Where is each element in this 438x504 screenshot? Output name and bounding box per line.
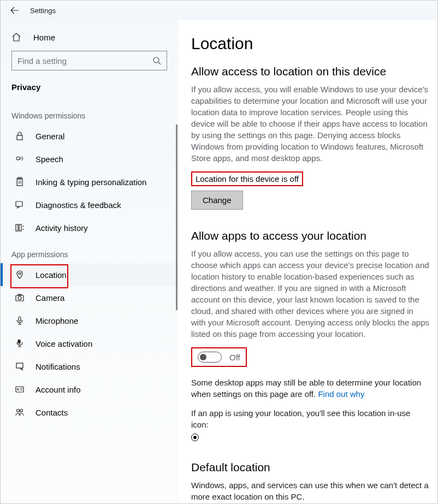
sidebar-item-speech[interactable]: Speech bbox=[1, 147, 178, 170]
titlebar: Settings bbox=[1, 1, 437, 20]
sidebar-item-notifications[interactable]: Notifications bbox=[1, 355, 178, 378]
sidebar-item-label: Camera bbox=[35, 293, 64, 303]
sidebar-item-camera[interactable]: Camera bbox=[1, 286, 178, 309]
sidebar-item-label: Activity history bbox=[35, 223, 88, 233]
sidebar-item-label: Contacts bbox=[35, 408, 68, 417]
location-inuse-icon bbox=[191, 434, 199, 441]
search-icon bbox=[152, 56, 161, 65]
voice-icon bbox=[14, 339, 26, 348]
section-body-default-location: Windows, apps, and services can use this… bbox=[191, 479, 430, 502]
lock-icon bbox=[14, 131, 26, 141]
activity-icon bbox=[14, 223, 26, 233]
sidebar-item-inking[interactable]: Inking & typing personalization bbox=[1, 170, 178, 193]
desktop-apps-note: Some desktop apps may still be able to d… bbox=[191, 377, 430, 400]
speech-icon bbox=[14, 154, 26, 164]
home-icon bbox=[11, 32, 23, 42]
sidebar-item-label: Speech bbox=[35, 155, 63, 164]
svg-rect-7 bbox=[19, 224, 21, 231]
svg-rect-13 bbox=[18, 340, 20, 343]
sidebar-group-app: App permissions bbox=[1, 239, 178, 263]
section-body-apps-access: If you allow access, you can use the set… bbox=[191, 248, 430, 340]
inuse-note: If an app is using your location, you'll… bbox=[191, 407, 430, 430]
svg-point-8 bbox=[19, 272, 21, 275]
svg-point-18 bbox=[20, 410, 23, 412]
microphone-icon bbox=[14, 316, 26, 325]
change-button[interactable]: Change bbox=[191, 191, 243, 210]
sidebar-item-label: Inking & typing personalization bbox=[35, 177, 146, 187]
camera-icon bbox=[14, 293, 26, 303]
section-body-device-access: If you allow access, you will enable Win… bbox=[191, 84, 430, 164]
contacts-icon bbox=[14, 407, 26, 417]
page-title: Location bbox=[191, 34, 430, 53]
arrow-left-icon bbox=[10, 6, 19, 15]
apps-location-toggle[interactable] bbox=[198, 352, 222, 363]
account-icon bbox=[14, 384, 26, 394]
sidebar-item-activity[interactable]: Activity history bbox=[1, 216, 178, 239]
sidebar-item-account-info[interactable]: Account info bbox=[1, 378, 178, 401]
svg-rect-12 bbox=[19, 317, 21, 321]
sidebar-item-contacts[interactable]: Contacts bbox=[1, 401, 178, 424]
sidebar-item-microphone[interactable]: Microphone bbox=[1, 309, 178, 332]
sidebar-item-label: Voice activation bbox=[35, 339, 92, 348]
svg-point-10 bbox=[18, 297, 21, 300]
back-button[interactable] bbox=[8, 4, 21, 17]
svg-rect-5 bbox=[16, 201, 22, 206]
svg-point-2 bbox=[16, 157, 20, 160]
svg-point-17 bbox=[17, 410, 20, 412]
sidebar-item-voice-activation[interactable]: Voice activation bbox=[1, 332, 178, 355]
sidebar-item-label: Location bbox=[35, 270, 67, 280]
notifications-icon bbox=[14, 361, 26, 371]
sidebar-item-label: Microphone bbox=[35, 316, 78, 325]
sidebar-item-general[interactable]: General bbox=[1, 124, 178, 147]
sidebar: Home Privacy Windows permissions General… bbox=[1, 20, 178, 503]
svg-rect-11 bbox=[18, 294, 21, 295]
find-out-why-link[interactable]: Find out why bbox=[318, 389, 364, 399]
location-device-status: Location for this device is off bbox=[191, 171, 303, 186]
svg-rect-6 bbox=[16, 224, 18, 231]
sidebar-section-privacy: Privacy bbox=[1, 78, 178, 100]
svg-point-16 bbox=[17, 389, 19, 390]
search-input[interactable] bbox=[17, 56, 152, 66]
sidebar-item-diagnostics[interactable]: Diagnostics & feedback bbox=[1, 193, 178, 216]
sidebar-item-label: Diagnostics & feedback bbox=[35, 200, 121, 210]
sidebar-item-label: Notifications bbox=[35, 362, 80, 371]
sidebar-group-windows: Windows permissions bbox=[1, 100, 178, 124]
content-pane: Location Allow access to location on thi… bbox=[178, 20, 437, 503]
sidebar-item-label: Account info bbox=[35, 385, 81, 394]
feedback-icon bbox=[14, 200, 26, 210]
section-heading-device-access: Allow access to location on this device bbox=[191, 65, 430, 78]
window-title: Settings bbox=[30, 7, 56, 15]
section-heading-default-location: Default location bbox=[191, 461, 430, 474]
apps-location-toggle-label: Off bbox=[229, 353, 240, 362]
apps-location-toggle-wrap: Off bbox=[191, 347, 247, 367]
sidebar-item-label: General bbox=[35, 132, 64, 141]
section-heading-apps-access: Allow apps to access your location bbox=[191, 229, 430, 242]
clipboard-icon bbox=[14, 177, 26, 187]
sidebar-item-location[interactable]: Location bbox=[1, 263, 178, 286]
sidebar-home[interactable]: Home bbox=[1, 27, 178, 48]
svg-rect-1 bbox=[17, 135, 22, 140]
svg-rect-3 bbox=[17, 179, 22, 186]
svg-rect-14 bbox=[16, 363, 23, 368]
search-box[interactable] bbox=[11, 51, 167, 70]
location-icon bbox=[14, 270, 26, 280]
sidebar-home-label: Home bbox=[33, 33, 55, 42]
svg-point-0 bbox=[153, 57, 159, 63]
